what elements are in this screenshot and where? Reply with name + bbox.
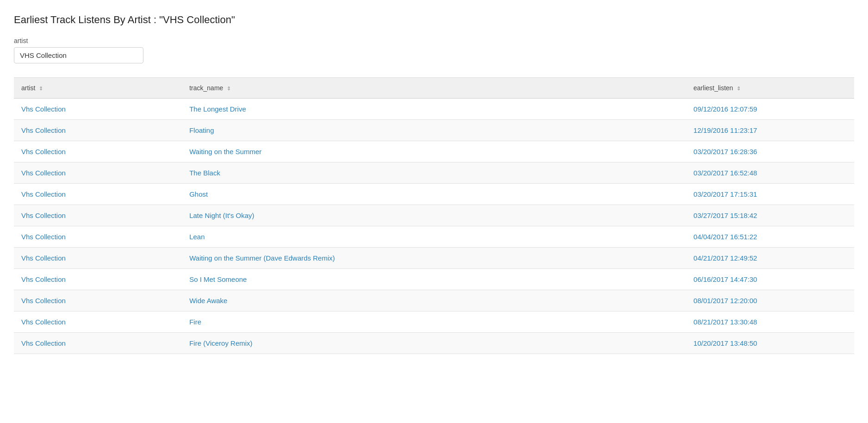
table-body: Vhs CollectionThe Longest Drive09/12/201… [14, 99, 854, 354]
col-header-artist[interactable]: artist ⇕ [14, 78, 182, 99]
col-header-earliest-listen[interactable]: earliest_listen ⇕ [686, 78, 854, 99]
table-row: Vhs CollectionWaiting on the Summer03/20… [14, 141, 854, 162]
cell-earliest-listen: 08/01/2017 12:20:00 [686, 290, 854, 311]
cell-artist[interactable]: Vhs Collection [14, 333, 182, 354]
col-header-track[interactable]: track_name ⇕ [182, 78, 686, 99]
cell-track-name[interactable]: Late Night (It's Okay) [182, 205, 686, 226]
table-header: artist ⇕ track_name ⇕ earliest_listen ⇕ [14, 78, 854, 99]
cell-track-name[interactable]: Fire [182, 311, 686, 333]
cell-artist[interactable]: Vhs Collection [14, 290, 182, 311]
cell-artist[interactable]: Vhs Collection [14, 162, 182, 184]
table-row: Vhs CollectionLate Night (It's Okay)03/2… [14, 205, 854, 226]
cell-track-name[interactable]: Floating [182, 120, 686, 141]
cell-earliest-listen: 04/04/2017 16:51:22 [686, 226, 854, 248]
cell-artist[interactable]: Vhs Collection [14, 248, 182, 269]
table-row: Vhs CollectionThe Longest Drive09/12/201… [14, 99, 854, 120]
sort-icon-artist: ⇕ [39, 86, 43, 92]
filter-section: artist [14, 37, 854, 63]
table-row: Vhs CollectionGhost03/20/2017 17:15:31 [14, 184, 854, 205]
table-row: Vhs CollectionFloating12/19/2016 11:23:1… [14, 120, 854, 141]
cell-track-name[interactable]: Waiting on the Summer [182, 141, 686, 162]
cell-artist[interactable]: Vhs Collection [14, 99, 182, 120]
table-row: Vhs CollectionSo I Met Someone06/16/2017… [14, 269, 854, 290]
cell-earliest-listen: 08/21/2017 13:30:48 [686, 311, 854, 333]
cell-artist[interactable]: Vhs Collection [14, 184, 182, 205]
results-table: artist ⇕ track_name ⇕ earliest_listen ⇕ … [14, 78, 854, 354]
cell-artist[interactable]: Vhs Collection [14, 205, 182, 226]
table-row: Vhs CollectionFire08/21/2017 13:30:48 [14, 311, 854, 333]
sort-icon-track: ⇕ [227, 86, 231, 92]
table-row: Vhs CollectionFire (Viceroy Remix)10/20/… [14, 333, 854, 354]
cell-artist[interactable]: Vhs Collection [14, 141, 182, 162]
cell-earliest-listen: 03/20/2017 16:52:48 [686, 162, 854, 184]
cell-track-name[interactable]: The Longest Drive [182, 99, 686, 120]
table-row: Vhs CollectionWide Awake08/01/2017 12:20… [14, 290, 854, 311]
table-row: Vhs CollectionLean04/04/2017 16:51:22 [14, 226, 854, 248]
cell-earliest-listen: 10/20/2017 13:48:50 [686, 333, 854, 354]
cell-track-name[interactable]: Ghost [182, 184, 686, 205]
header-row: artist ⇕ track_name ⇕ earliest_listen ⇕ [14, 78, 854, 99]
cell-track-name[interactable]: Fire (Viceroy Remix) [182, 333, 686, 354]
cell-artist[interactable]: Vhs Collection [14, 120, 182, 141]
page-container: Earliest Track Listens By Artist : "VHS … [0, 0, 868, 423]
cell-earliest-listen: 03/20/2017 17:15:31 [686, 184, 854, 205]
cell-earliest-listen: 03/20/2017 16:28:36 [686, 141, 854, 162]
cell-track-name[interactable]: Waiting on the Summer (Dave Edwards Remi… [182, 248, 686, 269]
artist-filter-input[interactable] [14, 47, 143, 63]
cell-artist[interactable]: Vhs Collection [14, 269, 182, 290]
cell-earliest-listen: 12/19/2016 11:23:17 [686, 120, 854, 141]
cell-track-name[interactable]: So I Met Someone [182, 269, 686, 290]
page-title: Earliest Track Listens By Artist : "VHS … [14, 14, 854, 26]
cell-earliest-listen: 09/12/2016 12:07:59 [686, 99, 854, 120]
table-row: Vhs CollectionThe Black03/20/2017 16:52:… [14, 162, 854, 184]
cell-track-name[interactable]: Wide Awake [182, 290, 686, 311]
table-row: Vhs CollectionWaiting on the Summer (Dav… [14, 248, 854, 269]
sort-icon-date: ⇕ [737, 86, 741, 92]
filter-label: artist [14, 37, 854, 44]
cell-earliest-listen: 03/27/2017 15:18:42 [686, 205, 854, 226]
cell-artist[interactable]: Vhs Collection [14, 311, 182, 333]
cell-artist[interactable]: Vhs Collection [14, 226, 182, 248]
cell-earliest-listen: 04/21/2017 12:49:52 [686, 248, 854, 269]
cell-earliest-listen: 06/16/2017 14:47:30 [686, 269, 854, 290]
cell-track-name[interactable]: Lean [182, 226, 686, 248]
cell-track-name[interactable]: The Black [182, 162, 686, 184]
